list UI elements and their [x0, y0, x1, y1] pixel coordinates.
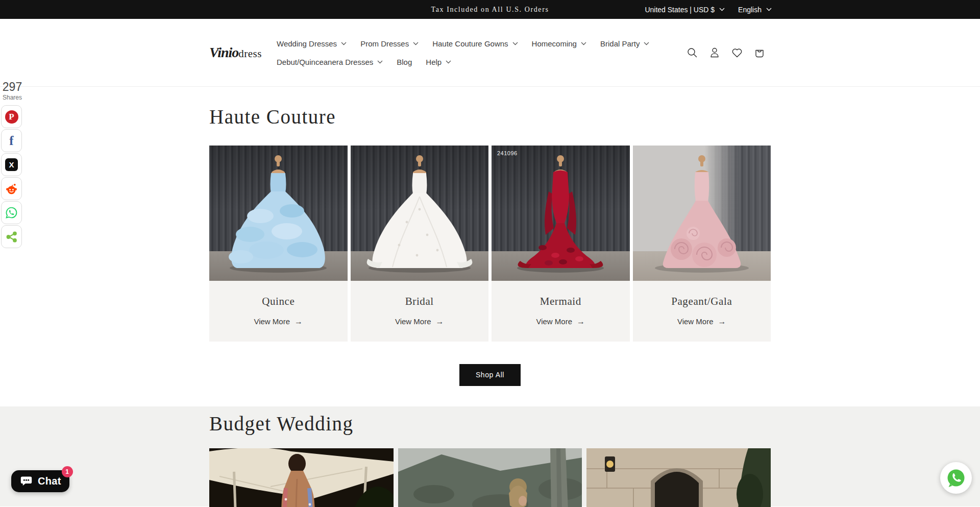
- brand-logo-script: Vinio: [209, 44, 238, 60]
- nav-label: Prom Dresses: [360, 39, 409, 48]
- x-twitter-icon: X: [5, 158, 18, 171]
- haute-couture-section: Haute Couture: [0, 87, 980, 406]
- card-photo-quince[interactable]: [209, 146, 348, 281]
- share-generic-button[interactable]: [1, 225, 22, 248]
- arrow-right-icon: →: [436, 317, 444, 326]
- search-icon: [686, 46, 698, 59]
- language-selector[interactable]: English: [738, 6, 772, 14]
- announcement-bar: Tax Included on All U.S. Orders United S…: [0, 0, 980, 19]
- pinterest-icon: P: [5, 110, 18, 124]
- bride-doorway-photo-illustration: [586, 448, 771, 507]
- country-currency-label: United States | USD $: [645, 6, 715, 14]
- budget-photo-lace-bride-mountains[interactable]: [398, 448, 582, 507]
- announcement-text: Tax Included on All U.S. Orders: [431, 6, 549, 14]
- whatsapp-icon: [5, 206, 18, 220]
- nav-label: Bridal Party: [600, 39, 640, 48]
- share-count-label: Shares: [0, 94, 24, 101]
- share-count: 297: [0, 81, 24, 93]
- share-whatsapp-button[interactable]: [1, 201, 22, 224]
- share-rail: 297 Shares P f X: [0, 81, 24, 249]
- card-photo-pageant-gala[interactable]: [633, 146, 771, 281]
- account-icon: [708, 46, 721, 59]
- backless-dress-photo-illustration: [209, 448, 394, 507]
- card-title-quince[interactable]: Quince: [209, 295, 348, 308]
- cart-button[interactable]: [748, 41, 771, 64]
- card-photo-bridal[interactable]: [351, 146, 489, 281]
- share-nodes-icon: [5, 230, 18, 244]
- budget-photo-bride-stone-doorway[interactable]: [586, 448, 771, 507]
- facebook-icon: f: [9, 134, 13, 148]
- search-button[interactable]: [681, 41, 703, 64]
- arrow-right-icon: →: [718, 317, 726, 326]
- country-currency-selector[interactable]: United States | USD $: [645, 6, 725, 14]
- main-navigation: Wedding Dresses Prom Dresses Haute Coutu…: [277, 39, 681, 66]
- view-more-link-pageant-gala[interactable]: View More →: [677, 317, 726, 326]
- pageant-dress-illustration: [633, 146, 771, 281]
- nav-item-bridal-party[interactable]: Bridal Party: [600, 39, 650, 48]
- chat-label: Chat: [38, 475, 61, 487]
- nav-row-1: Wedding Dresses Prom Dresses Haute Coutu…: [277, 39, 681, 48]
- collection-card-mermaid: 241096: [492, 146, 630, 342]
- nav-item-prom-dresses[interactable]: Prom Dresses: [360, 39, 419, 48]
- brand-logo[interactable]: Viniodress: [209, 44, 260, 61]
- nav-item-wedding-dresses[interactable]: Wedding Dresses: [277, 39, 347, 48]
- collection-card-pageant-gala: Pageant/Gala View More →: [633, 146, 771, 342]
- budget-photo-backless-dress[interactable]: [209, 448, 394, 507]
- chevron-down-icon: [512, 42, 518, 45]
- card-photo-mermaid[interactable]: 241096: [492, 146, 630, 281]
- cart-bag-icon: [753, 46, 766, 59]
- chevron-down-icon: [341, 42, 347, 45]
- account-button[interactable]: [703, 41, 726, 64]
- quince-dress-illustration: [209, 146, 347, 281]
- budget-photo-grid: [209, 448, 771, 507]
- view-more-link-bridal[interactable]: View More →: [395, 317, 444, 326]
- view-more-link-mermaid[interactable]: View More →: [536, 317, 585, 326]
- haute-couture-title: Haute Couture: [209, 105, 771, 129]
- nav-label: Haute Couture Gowns: [432, 39, 508, 48]
- share-facebook-button[interactable]: f: [1, 129, 22, 152]
- card-title-pageant-gala[interactable]: Pageant/Gala: [633, 295, 771, 308]
- arrow-right-icon: →: [577, 317, 585, 326]
- nav-item-debut-quinceanera-dresses[interactable]: Debut/Quinceanera Dresses: [277, 58, 383, 66]
- nav-item-haute-couture-gowns[interactable]: Haute Couture Gowns: [432, 39, 518, 48]
- chevron-down-icon: [413, 42, 419, 45]
- arrow-right-icon: →: [295, 317, 303, 326]
- share-x-twitter-button[interactable]: X: [1, 153, 22, 176]
- heart-icon: [731, 46, 743, 59]
- card-title-bridal[interactable]: Bridal: [351, 295, 489, 308]
- photo-watermark: 241096: [497, 150, 518, 156]
- chat-widget[interactable]: Chat 1: [11, 470, 69, 492]
- nav-item-help[interactable]: Help: [426, 58, 451, 66]
- nav-label: Homecoming: [532, 39, 577, 48]
- view-more-link-quince[interactable]: View More →: [254, 317, 303, 326]
- lace-bride-photo-illustration: [398, 448, 582, 507]
- nav-label: Wedding Dresses: [277, 39, 337, 48]
- chevron-down-icon: [766, 8, 772, 11]
- chevron-down-icon: [581, 42, 586, 45]
- view-more-label: View More: [254, 317, 290, 326]
- brand-logo-rest: dress: [238, 47, 262, 60]
- collection-cards: Quince View More →: [209, 146, 771, 342]
- language-label: English: [738, 6, 762, 14]
- card-title-mermaid[interactable]: Mermaid: [492, 295, 630, 308]
- chat-unread-badge: 1: [62, 466, 73, 477]
- nav-item-blog[interactable]: Blog: [397, 58, 412, 66]
- nav-item-homecoming[interactable]: Homecoming: [532, 39, 586, 48]
- nav-row-2: Debut/Quinceanera Dresses Blog Help: [277, 58, 681, 66]
- view-more-label: View More: [395, 317, 431, 326]
- nav-label: Debut/Quinceanera Dresses: [277, 58, 373, 66]
- chevron-down-icon: [719, 8, 725, 11]
- locale-controls: United States | USD $ English: [645, 0, 772, 19]
- view-more-label: View More: [536, 317, 572, 326]
- share-reddit-button[interactable]: [1, 177, 22, 200]
- wishlist-button[interactable]: [726, 41, 748, 64]
- site-header: Viniodress Wedding Dresses Prom Dresses …: [0, 19, 980, 87]
- share-pinterest-button[interactable]: P: [1, 105, 22, 128]
- share-buttons: P f X: [0, 105, 24, 248]
- chevron-down-icon: [377, 60, 383, 64]
- collection-card-quince: Quince View More →: [209, 146, 348, 342]
- budget-wedding-title: Budget Wedding: [209, 412, 771, 436]
- nav-label: Help: [426, 58, 442, 66]
- shop-all-button[interactable]: Shop All: [459, 364, 521, 386]
- whatsapp-float-button[interactable]: [940, 462, 972, 494]
